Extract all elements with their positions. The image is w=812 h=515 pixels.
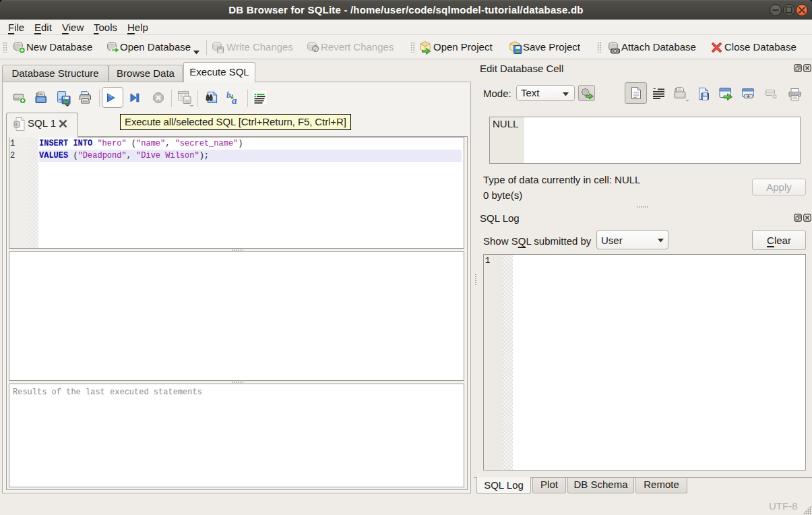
svg-text:b: b xyxy=(226,90,231,100)
